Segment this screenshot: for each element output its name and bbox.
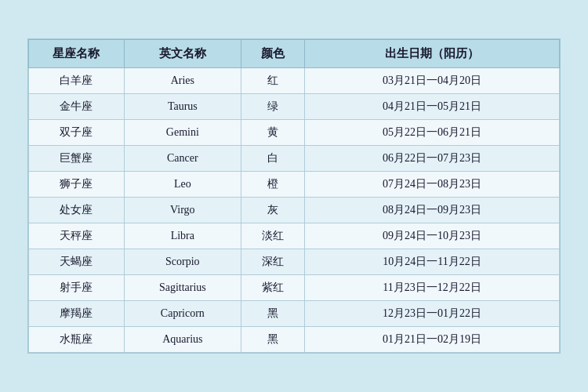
zodiac-table: 星座名称 英文名称 颜色 出生日期（阳历） 白羊座Aries红03月21日一04… bbox=[28, 39, 560, 353]
cell-chinese: 金牛座 bbox=[29, 94, 125, 120]
cell-date: 05月22日一06月21日 bbox=[305, 120, 560, 146]
cell-chinese: 双子座 bbox=[29, 120, 125, 146]
cell-chinese: 白羊座 bbox=[29, 68, 125, 94]
cell-color: 黄 bbox=[241, 120, 304, 146]
cell-color: 淡红 bbox=[241, 223, 304, 249]
table-header-row: 星座名称 英文名称 颜色 出生日期（阳历） bbox=[29, 40, 560, 68]
cell-date: 06月22日一07月23日 bbox=[305, 146, 560, 172]
table-row: 处女座Virgo灰08月24日一09月23日 bbox=[29, 198, 560, 223]
cell-date: 10月24日一11月22日 bbox=[305, 249, 560, 275]
cell-english: Virgo bbox=[124, 198, 241, 223]
cell-color: 紫红 bbox=[241, 275, 304, 301]
cell-color: 深红 bbox=[241, 249, 304, 275]
cell-color: 橙 bbox=[241, 172, 304, 198]
cell-english: Capricorn bbox=[124, 301, 241, 327]
cell-english: Cancer bbox=[124, 146, 241, 172]
cell-english: Leo bbox=[124, 172, 241, 198]
header-english: 英文名称 bbox=[124, 40, 241, 68]
header-color: 颜色 bbox=[241, 40, 304, 68]
cell-chinese: 摩羯座 bbox=[29, 301, 125, 327]
cell-english: Scorpio bbox=[124, 249, 241, 275]
cell-chinese: 射手座 bbox=[29, 275, 125, 301]
table-row: 双子座Gemini黄05月22日一06月21日 bbox=[29, 120, 560, 146]
cell-color: 黑 bbox=[241, 327, 304, 353]
cell-chinese: 巨蟹座 bbox=[29, 146, 125, 172]
cell-date: 07月24日一08月23日 bbox=[305, 172, 560, 198]
header-date: 出生日期（阳历） bbox=[305, 40, 560, 68]
table-row: 白羊座Aries红03月21日一04月20日 bbox=[29, 68, 560, 94]
cell-color: 绿 bbox=[241, 94, 304, 120]
cell-english: Sagittarius bbox=[124, 275, 241, 301]
cell-chinese: 天秤座 bbox=[29, 223, 125, 249]
cell-chinese: 天蝎座 bbox=[29, 249, 125, 275]
table-row: 射手座Sagittarius紫红11月23日一12月22日 bbox=[29, 275, 560, 301]
cell-chinese: 处女座 bbox=[29, 198, 125, 223]
cell-date: 03月21日一04月20日 bbox=[305, 68, 560, 94]
zodiac-table-container: 星座名称 英文名称 颜色 出生日期（阳历） 白羊座Aries红03月21日一04… bbox=[27, 38, 561, 354]
table-row: 巨蟹座Cancer白06月22日一07月23日 bbox=[29, 146, 560, 172]
cell-color: 灰 bbox=[241, 198, 304, 223]
table-row: 金牛座Taurus绿04月21日一05月21日 bbox=[29, 94, 560, 120]
table-row: 水瓶座Aquarius黑01月21日一02月19日 bbox=[29, 327, 560, 353]
table-row: 天蝎座Scorpio深红10月24日一11月22日 bbox=[29, 249, 560, 275]
cell-chinese: 狮子座 bbox=[29, 172, 125, 198]
table-body: 白羊座Aries红03月21日一04月20日金牛座Taurus绿04月21日一0… bbox=[29, 68, 560, 353]
cell-color: 红 bbox=[241, 68, 304, 94]
cell-date: 09月24日一10月23日 bbox=[305, 223, 560, 249]
cell-date: 08月24日一09月23日 bbox=[305, 198, 560, 223]
cell-english: Aries bbox=[124, 68, 241, 94]
cell-date: 04月21日一05月21日 bbox=[305, 94, 560, 120]
header-chinese: 星座名称 bbox=[29, 40, 125, 68]
table-row: 狮子座Leo橙07月24日一08月23日 bbox=[29, 172, 560, 198]
cell-color: 黑 bbox=[241, 301, 304, 327]
cell-chinese: 水瓶座 bbox=[29, 327, 125, 353]
cell-date: 12月23日一01月22日 bbox=[305, 301, 560, 327]
cell-english: Taurus bbox=[124, 94, 241, 120]
cell-english: Aquarius bbox=[124, 327, 241, 353]
cell-english: Libra bbox=[124, 223, 241, 249]
cell-date: 01月21日一02月19日 bbox=[305, 327, 560, 353]
table-row: 摩羯座Capricorn黑12月23日一01月22日 bbox=[29, 301, 560, 327]
cell-color: 白 bbox=[241, 146, 304, 172]
table-row: 天秤座Libra淡红09月24日一10月23日 bbox=[29, 223, 560, 249]
cell-date: 11月23日一12月22日 bbox=[305, 275, 560, 301]
cell-english: Gemini bbox=[124, 120, 241, 146]
